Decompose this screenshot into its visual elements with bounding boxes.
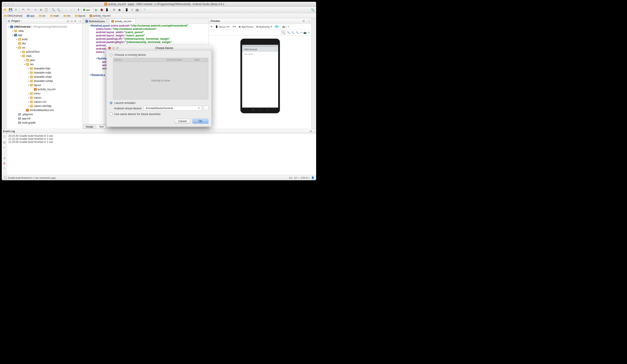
tree-item[interactable]: ▸values-v21: [6, 100, 82, 104]
tree-item[interactable]: activity_my.xml: [6, 87, 82, 91]
cut-icon[interactable]: ✂: [33, 8, 38, 12]
tree-item[interactable]: ▸build: [6, 37, 82, 41]
redo-icon[interactable]: ↷: [26, 8, 31, 12]
status-icon[interactable]: [3, 176, 6, 179]
breadcrumb-item[interactable]: layout: [74, 14, 86, 17]
render-config-icon[interactable]: ▫▾: [210, 25, 212, 28]
project-tree[interactable]: ▾ OMGAndroid (~/Programming/OMGAndroid) …: [6, 24, 82, 129]
android-monitor-icon[interactable]: 🤖: [135, 8, 139, 12]
radio-icon[interactable]: [109, 53, 113, 56]
tree-item[interactable]: ▸drawable-xhdpi: [6, 75, 82, 79]
minimize-window-icon[interactable]: [7, 3, 10, 5]
search-everywhere-icon[interactable]: 🔍: [311, 8, 315, 12]
tree-item[interactable]: ▸java: [6, 58, 82, 62]
tree-item[interactable]: ▸androidTest: [6, 50, 82, 54]
screenshot-icon[interactable]: 📷: [303, 31, 307, 34]
open-file-icon[interactable]: 📂: [3, 8, 7, 12]
device-icon[interactable]: 📱: [105, 8, 109, 12]
hide-icon[interactable]: ↓: [314, 130, 315, 133]
design-tab[interactable]: Design: [83, 125, 96, 129]
tree-item[interactable]: build.gradle: [6, 120, 82, 125]
log-text[interactable]: 20:33:40 Gradle build finished in 3 sec …: [7, 133, 316, 175]
collapse-all-icon[interactable]: ⇲: [70, 20, 73, 23]
avd-select[interactable]: EmulateMasterGeneral ⇅: [144, 106, 202, 111]
breadcrumb-item[interactable]: xactivity_my.xml: [89, 14, 111, 17]
editor-tab-myactivity[interactable]: J MyActivity.java ×: [83, 19, 109, 23]
close-tab-icon[interactable]: ×: [132, 20, 133, 23]
settings-icon[interactable]: ⚙: [308, 31, 310, 34]
activity-selector[interactable]: ▤MyActivity▾: [256, 25, 272, 28]
radio-icon[interactable]: [109, 102, 113, 104]
hide-icon[interactable]: →|: [78, 20, 81, 23]
breadcrumb-item[interactable]: app: [26, 14, 35, 17]
zoom-actual-icon[interactable]: 🔍: [287, 31, 290, 34]
api-selector[interactable]: 🤖L▾: [282, 25, 289, 28]
dropdown-arrow-icon[interactable]: ▾: [21, 20, 22, 22]
tree-item[interactable]: app.iml: [6, 116, 82, 120]
find-icon[interactable]: 🔍: [51, 8, 55, 12]
zoom-in-icon[interactable]: 🔍: [291, 31, 294, 34]
tree-root[interactable]: ▾ OMGAndroid (~/Programming/OMGAndroid): [6, 25, 82, 29]
theme-selector[interactable]: ◉AppTheme: [239, 25, 253, 28]
run-config-selector[interactable]: app ▾: [81, 7, 93, 12]
attach-debugger-icon[interactable]: ⚙: [112, 8, 116, 12]
editor-tab-activity-xml[interactable]: x activity_my.xml ×: [109, 19, 135, 23]
tree-item[interactable]: libs: [6, 41, 82, 46]
cancel-button[interactable]: Cancel: [174, 119, 190, 124]
undo-icon[interactable]: ↶: [21, 8, 25, 12]
gear-icon[interactable]: ⚙: [74, 20, 76, 23]
remember-checkbox-row[interactable]: Use same device for future launches: [109, 112, 208, 116]
tree-item[interactable]: ▾.idea: [6, 29, 82, 33]
tree-item[interactable]: ▾layout: [6, 83, 82, 87]
tree-item[interactable]: ▾main: [6, 54, 82, 58]
checkbox-icon[interactable]: [109, 113, 112, 115]
ok-button[interactable]: OK: [193, 119, 208, 124]
debug-icon[interactable]: 🐞: [100, 8, 104, 12]
tree-item[interactable]: ▾src: [6, 46, 82, 50]
replace-icon[interactable]: 🔍: [56, 8, 61, 12]
forward-icon[interactable]: →: [69, 8, 73, 12]
text-tab[interactable]: Text: [97, 125, 106, 129]
print-icon[interactable]: 🖨: [3, 156, 6, 159]
filter-icon[interactable]: ▤: [3, 141, 5, 144]
inspection-icon[interactable]: 👤: [311, 176, 314, 179]
tree-item[interactable]: ▸drawable-hdpi: [6, 66, 82, 70]
cursor-position[interactable]: 4:1: [289, 176, 292, 179]
tree-item[interactable]: ▸drawable-xxhdpi: [6, 79, 82, 83]
tree-item[interactable]: ▾app: [6, 33, 82, 37]
help2-icon[interactable]: ?: [3, 167, 5, 170]
refresh-icon[interactable]: ⟳: [300, 31, 302, 34]
wrap-icon[interactable]: ↩: [3, 146, 5, 149]
close-window-icon[interactable]: [3, 3, 6, 5]
tree-item[interactable]: ▾res: [6, 62, 82, 66]
scroll-from-source-icon[interactable]: ⊕: [67, 20, 69, 23]
avd-more-button[interactable]: …: [204, 106, 208, 111]
choose-running-radio[interactable]: Choose a running device: [109, 53, 208, 56]
gear-icon[interactable]: ⚙: [310, 130, 312, 133]
dialog-close-icon[interactable]: [108, 47, 111, 50]
breadcrumb-item[interactable]: main: [50, 14, 60, 17]
stop-icon[interactable]: ◼: [117, 8, 122, 12]
tree-item[interactable]: ▸drawable-mdpi: [6, 70, 82, 75]
sync-icon[interactable]: ⟳: [14, 8, 18, 12]
tree-item[interactable]: .gitignore: [6, 112, 82, 116]
run-icon[interactable]: ▶: [94, 8, 99, 12]
paste-icon[interactable]: 📋: [44, 8, 48, 12]
back-icon[interactable]: ←: [64, 8, 68, 12]
scroll-icon[interactable]: ↓: [4, 151, 5, 154]
breadcrumb-item[interactable]: res: [63, 14, 71, 17]
zoom-out-icon[interactable]: 🔍: [296, 31, 299, 34]
sdk-manager-icon[interactable]: ⬇: [130, 8, 134, 12]
tree-item[interactable]: ▸menu: [6, 91, 82, 96]
help-icon[interactable]: ?: [142, 8, 147, 12]
breadcrumb-item[interactable]: src: [38, 14, 46, 17]
make-icon[interactable]: ⬇: [76, 8, 81, 12]
tree-item[interactable]: ▸values-w820dp: [6, 104, 82, 108]
tree-item[interactable]: ▸values: [6, 96, 82, 100]
locale-selector[interactable]: 🌐▾: [275, 25, 279, 28]
close-tab-icon[interactable]: ×: [105, 20, 107, 23]
device-selector[interactable]: 📱Nexus 4▾: [215, 25, 230, 28]
tree-item[interactable]: AndroidManifest.xml: [6, 108, 82, 112]
zoom-to-fit-icon[interactable]: 🔍: [281, 31, 286, 35]
save-icon[interactable]: 💾: [8, 8, 13, 12]
